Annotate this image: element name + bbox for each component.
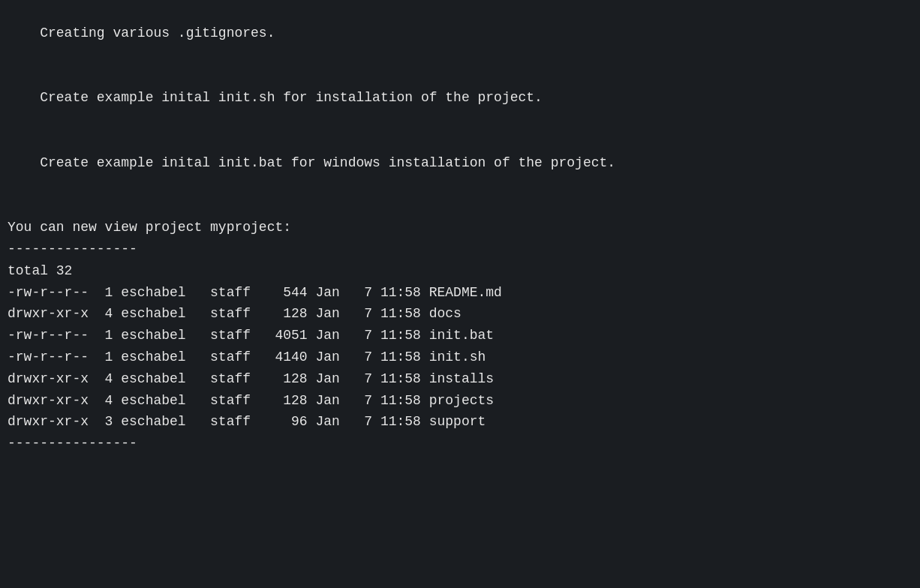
terminal-line: drwxr-xr-x 4 eschabel staff 128 Jan 7 11… (8, 303, 912, 325)
terminal-line: -rw-r--r-- 1 eschabel staff 4051 Jan 7 1… (8, 325, 912, 346)
blank-line (8, 109, 912, 130)
terminal-line: drwxr-xr-x 4 eschabel staff 128 Jan 7 11… (8, 390, 912, 412)
terminal-line: You can new view project myproject: (8, 217, 912, 238)
terminal-line: ---------------- (8, 238, 912, 260)
terminal-line: Creating various .gitignores. (8, 22, 912, 44)
terminal-output: Creating various .gitignores. Create exa… (8, 15, 912, 462)
terminal-line: total 32 (8, 260, 912, 282)
blank-line (8, 44, 912, 66)
terminal-line: drwxr-xr-x 4 eschabel staff 128 Jan 7 11… (8, 368, 912, 390)
blank-line (8, 66, 912, 88)
terminal-line: ---------------- (8, 433, 912, 454)
blank-line (8, 174, 912, 196)
terminal-line: -rw-r--r-- 1 eschabel staff 4140 Jan 7 1… (8, 346, 912, 368)
terminal-line: Create example inital init.bat for windo… (8, 152, 912, 174)
terminal-line: Create example inital init.sh for instal… (8, 87, 912, 109)
blank-line (8, 195, 912, 217)
blank-line (8, 130, 912, 152)
terminal-line: -rw-r--r-- 1 eschabel staff 544 Jan 7 11… (8, 282, 912, 304)
terminal-line: drwxr-xr-x 3 eschabel staff 96 Jan 7 11:… (8, 411, 912, 433)
